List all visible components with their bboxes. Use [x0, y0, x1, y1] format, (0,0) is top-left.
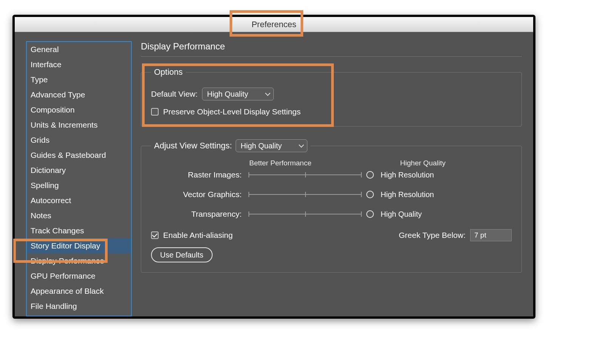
sidebar-item[interactable]: Dictionary [27, 163, 131, 178]
sidebar-item[interactable]: Spelling [27, 178, 131, 193]
slider-thumb-icon[interactable] [366, 171, 374, 179]
window-titlebar: Preferences [15, 17, 533, 32]
preserve-settings-label: Preserve Object-Level Display Settings [163, 107, 301, 116]
sidebar-item[interactable]: Autocorrect [27, 193, 131, 208]
greek-type-label: Greek Type Below: [399, 231, 466, 240]
sidebar-item[interactable]: Story Editor Display [27, 238, 131, 253]
slider-label: Transparency: [151, 210, 242, 219]
sidebar-item[interactable]: File Handling [27, 299, 131, 314]
sidebar-item[interactable]: Notes [27, 208, 131, 223]
slider-label: Vector Graphics: [151, 190, 242, 199]
main-panel: Display Performance Options Default View… [141, 41, 522, 316]
slider-value-label: High Resolution [381, 190, 441, 199]
preferences-window: Preferences GeneralInterfaceTypeAdvanced… [12, 15, 535, 319]
slider-label: Raster Images: [151, 170, 242, 179]
anti-aliasing-checkbox[interactable] [151, 231, 159, 239]
axis-right-label: Higher Quality [400, 159, 446, 167]
greek-type-input[interactable] [470, 229, 512, 241]
quality-slider[interactable] [248, 174, 362, 175]
sidebar-item[interactable]: General [27, 42, 131, 57]
quality-slider-row: Vector Graphics:High Resolution [151, 190, 512, 199]
sidebar-item[interactable]: GPU Performance [27, 268, 131, 284]
default-view-value: High Quality [207, 90, 248, 99]
adjust-view-value: High Quality [241, 142, 282, 150]
chevron-down-icon [299, 142, 304, 148]
sidebar-item[interactable]: Guides & Pasteboard [27, 148, 131, 163]
sidebar-item[interactable]: Display Performance [27, 253, 131, 268]
sidebar-item[interactable]: Composition [27, 102, 131, 117]
sidebar-item[interactable]: Units & Increments [27, 117, 131, 133]
page-title: Display Performance [141, 41, 522, 57]
sidebar-item[interactable]: Appearance of Black [27, 284, 131, 299]
slider-value-label: High Quality [381, 210, 441, 219]
slider-thumb-icon[interactable] [366, 210, 374, 218]
window-body: GeneralInterfaceTypeAdvanced TypeComposi… [15, 32, 533, 316]
adjust-view-legend-label: Adjust View Settings: [154, 141, 232, 151]
preserve-settings-checkbox[interactable] [151, 108, 159, 116]
quality-slider[interactable] [248, 194, 362, 195]
quality-slider-row: Transparency:High Quality [151, 210, 512, 219]
slider-axis-labels: Better Performance Higher Quality [249, 159, 446, 167]
use-defaults-button[interactable]: Use Defaults [151, 247, 213, 262]
default-view-label: Default View: [151, 89, 197, 99]
sidebar-item[interactable]: Track Changes [27, 223, 131, 238]
sidebar-item[interactable]: Advanced Type [27, 87, 131, 102]
sidebar-item[interactable]: Type [27, 72, 131, 87]
preferences-sidebar: GeneralInterfaceTypeAdvanced TypeComposi… [26, 41, 132, 316]
slider-value-label: High Resolution [381, 171, 441, 179]
sidebar-item[interactable]: Interface [27, 57, 131, 72]
options-legend: Options [151, 67, 186, 77]
quality-slider[interactable] [248, 214, 362, 214]
default-view-select[interactable]: High Quality [202, 88, 274, 100]
slider-thumb-icon[interactable] [366, 191, 374, 198]
options-group: Options Default View: High Quality Prese… [141, 67, 522, 126]
adjust-view-select[interactable]: High Quality [236, 139, 307, 152]
anti-aliasing-label: Enable Anti-aliasing [163, 231, 233, 240]
window-title: Preferences [251, 20, 296, 29]
sidebar-item[interactable]: Grids [27, 133, 131, 148]
axis-left-label: Better Performance [249, 159, 312, 167]
chevron-down-icon [265, 91, 270, 96]
adjust-view-group: Adjust View Settings: High Quality Bette… [141, 139, 522, 273]
use-defaults-label: Use Defaults [160, 251, 204, 259]
quality-slider-row: Raster Images:High Resolution [151, 170, 512, 179]
